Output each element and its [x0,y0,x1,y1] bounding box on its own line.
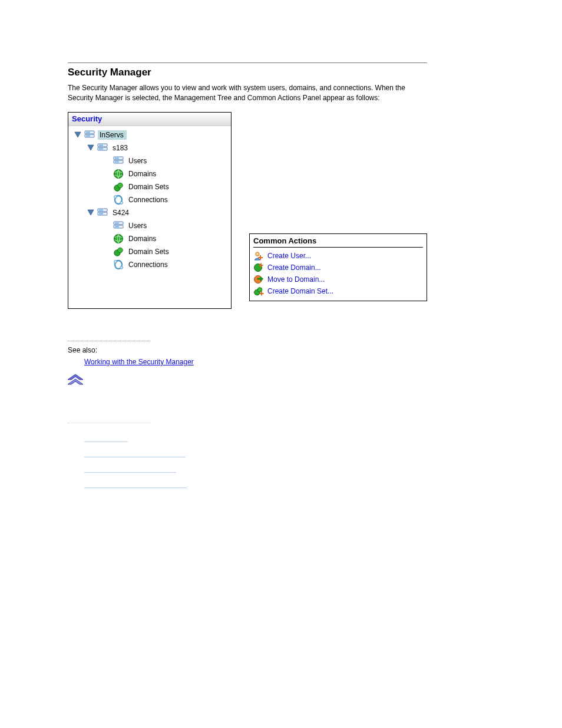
tree-node-s424-connections[interactable]: Connections [73,258,229,271]
management-tree-panel: Security InServs s183 Users [68,112,232,309]
placeholder-line [84,456,186,457]
globe-icon [113,169,124,179]
tree-node-s424-domainsets[interactable]: Domain Sets [73,245,229,258]
node-label: s183 [111,143,131,153]
server-icon [97,207,108,218]
common-actions-panel: Common Actions Create User... Create Dom… [249,233,427,301]
page-title: Security Manager [68,67,492,78]
globe-set-icon [113,182,124,192]
node-label: Users [127,221,150,230]
see-also-link[interactable]: Working with the Security Manager [84,358,194,366]
tree-node-s183-connections[interactable]: Connections [73,193,229,206]
globe-icon [113,233,124,244]
node-label: Users [127,156,150,166]
expand-icon[interactable] [87,209,94,216]
node-label: S424 [111,208,132,218]
divider [68,423,150,423]
action-create-user[interactable]: Create User... [253,250,423,262]
tree-node-s424[interactable]: S424 [73,206,229,219]
node-label: Domains [127,234,159,243]
domainset-add-icon [253,286,264,297]
tree-node-s183[interactable]: s183 [73,141,229,154]
placeholder-line [84,441,128,442]
action-link[interactable]: Create Domain... [267,263,321,272]
tree-node-s183-users[interactable]: Users [73,154,229,167]
section-divider [68,62,427,63]
common-actions-title: Common Actions [253,236,423,248]
tree-header: Security [68,113,231,126]
intro-text: The Security Manager allows you to view … [68,83,421,104]
connection-icon [113,195,124,205]
action-create-domain[interactable]: Create Domain... [253,262,423,274]
action-move-domain[interactable]: Move to Domain... [253,274,423,285]
node-label: Connections [127,195,171,205]
user-add-icon [253,251,264,261]
server-icon [97,143,108,153]
node-label: Domains [127,169,159,179]
expand-icon[interactable] [74,131,81,139]
see-also-label: See also: [68,346,492,354]
placeholder-line [84,472,176,473]
connection-icon [113,259,124,270]
action-create-domainset[interactable]: Create Domain Set... [253,285,423,297]
domain-add-icon [253,262,264,273]
node-label: Domain Sets [127,247,172,256]
node-label: Domain Sets [127,182,172,192]
globe-set-icon [113,246,124,257]
domain-move-icon [253,274,264,285]
tree-node-inservs[interactable]: InServs [73,129,229,141]
node-label: InServs [98,130,127,140]
server-icon [113,220,124,231]
server-icon [84,130,95,140]
placeholder-line [84,487,187,488]
action-link[interactable]: Move to Domain... [267,275,325,284]
expand-icon[interactable] [87,144,94,151]
tree-node-s424-users[interactable]: Users [73,219,229,232]
action-link[interactable]: Create Domain Set... [267,287,333,295]
divider [68,341,150,341]
node-label: Connections [127,260,171,269]
action-link[interactable]: Create User... [267,252,311,260]
back-to-top-button[interactable] [68,374,492,385]
tree-node-s183-domains[interactable]: Domains [73,167,229,180]
tree-node-s183-domainsets[interactable]: Domain Sets [73,180,229,193]
tree-node-s424-domains[interactable]: Domains [73,232,229,245]
server-icon [113,156,124,166]
